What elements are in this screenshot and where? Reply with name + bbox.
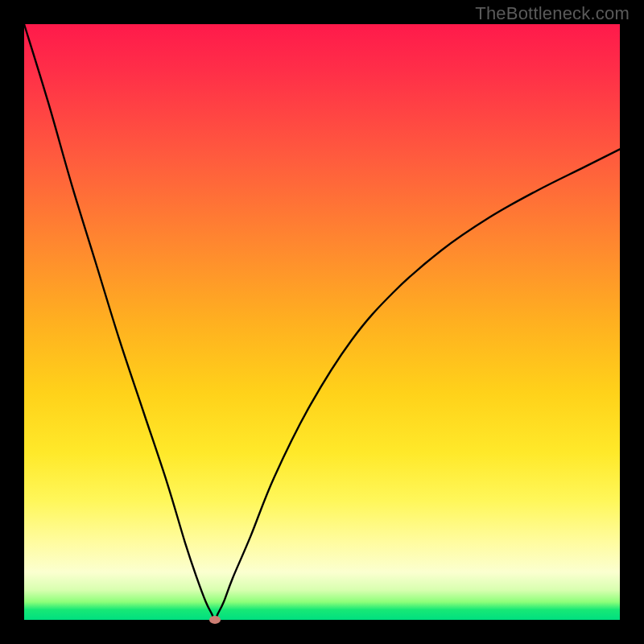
- chart-frame: TheBottleneck.com: [0, 0, 644, 644]
- watermark-text: TheBottleneck.com: [475, 3, 630, 24]
- plot-area: [24, 24, 620, 620]
- bottleneck-curve: [24, 24, 620, 620]
- minimum-marker: [209, 616, 221, 624]
